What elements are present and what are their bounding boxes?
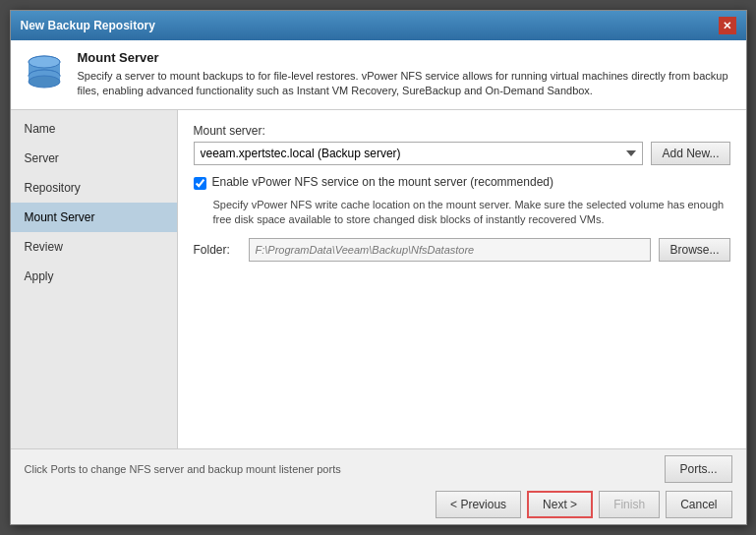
sidebar-item-mount-server[interactable]: Mount Server <box>11 203 177 232</box>
mount-server-dropdown[interactable]: veeam.xpertstec.local (Backup server) <box>194 142 644 165</box>
nfs-checkbox[interactable] <box>194 177 206 190</box>
finish-button[interactable]: Finish <box>599 491 660 518</box>
header-text-block: Mount Server Specify a server to mount b… <box>78 50 732 99</box>
title-bar: New Backup Repository ✕ <box>11 11 746 40</box>
ports-note: Click Ports to change NFS server and bac… <box>25 463 341 475</box>
close-button[interactable]: ✕ <box>719 17 736 34</box>
next-button[interactable]: Next > <box>527 491 593 518</box>
main-content: Mount server: veeam.xpertstec.local (Bac… <box>178 110 746 448</box>
footer: Click Ports to change NFS server and bac… <box>11 448 746 524</box>
add-new-button[interactable]: Add New... <box>651 142 729 165</box>
folder-row: Folder: Browse... <box>194 238 730 262</box>
dialog-title: New Backup Repository <box>21 19 155 32</box>
sidebar-item-server[interactable]: Server <box>11 144 177 173</box>
folder-input[interactable] <box>249 238 652 262</box>
footer-top: Click Ports to change NFS server and bac… <box>25 455 732 483</box>
nfs-note: Specify vPower NFS write cache location … <box>213 198 730 228</box>
ports-button[interactable]: Ports... <box>665 455 731 483</box>
header-description: Specify a server to mount backups to for… <box>78 69 732 99</box>
dialog-window: New Backup Repository ✕ Mount Server Spe… <box>10 10 747 525</box>
sidebar-item-review[interactable]: Review <box>11 232 177 262</box>
footer-buttons: < Previous Next > Finish Cancel <box>25 491 732 518</box>
content-area: Name Server Repository Mount Server Revi… <box>11 110 746 448</box>
previous-button[interactable]: < Previous <box>436 491 521 518</box>
sidebar: Name Server Repository Mount Server Revi… <box>11 110 178 448</box>
database-icon <box>25 52 64 91</box>
mount-server-label: Mount server: <box>194 124 730 138</box>
sidebar-item-apply[interactable]: Apply <box>11 262 177 291</box>
sidebar-item-name[interactable]: Name <box>11 114 177 144</box>
sidebar-item-repository[interactable]: Repository <box>11 173 177 203</box>
header-title: Mount Server <box>78 50 732 65</box>
svg-point-3 <box>29 56 60 68</box>
cancel-button[interactable]: Cancel <box>666 491 731 518</box>
header-section: Mount Server Specify a server to mount b… <box>11 40 746 110</box>
mount-server-row: veeam.xpertstec.local (Backup server) Ad… <box>194 142 730 165</box>
nfs-checkbox-row: Enable vPower NFS service on the mount s… <box>194 175 730 190</box>
svg-point-6 <box>29 76 60 88</box>
browse-button[interactable]: Browse... <box>659 238 729 262</box>
folder-label: Folder: <box>194 243 241 257</box>
nfs-checkbox-label: Enable vPower NFS service on the mount s… <box>212 175 553 189</box>
